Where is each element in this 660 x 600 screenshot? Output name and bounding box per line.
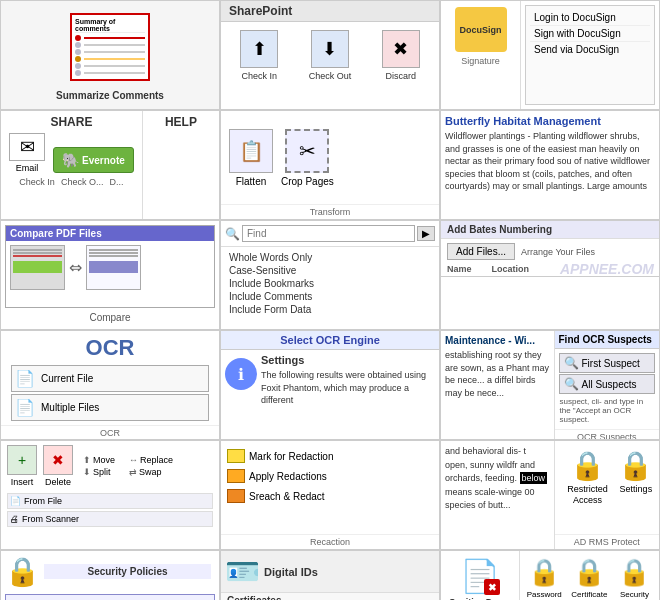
discard-button[interactable]: ✖ Discard bbox=[382, 30, 420, 81]
crop-pages-icon: ✂ bbox=[285, 129, 329, 173]
ocr-engine-body: The following results were obtained usin… bbox=[261, 369, 435, 407]
pp-password-protect-button[interactable]: 🔒 Password Protect bbox=[522, 557, 567, 600]
swap-button[interactable]: ⇄ Swap bbox=[129, 467, 173, 477]
all-suspects-label: All Suspects bbox=[582, 379, 637, 390]
summarize-comments-cell: Summary of comments Summarize Comments bbox=[0, 0, 220, 110]
insert-delete-cell: + Insert ✖ Delete ⬆ Move ↔ Replace ⬇ Spl… bbox=[0, 440, 220, 550]
signature-label: Signature bbox=[461, 56, 500, 66]
search-redact-label: Sreach & Redact bbox=[249, 491, 325, 502]
from-file-button[interactable]: 📄 From File bbox=[7, 493, 213, 509]
mark-redaction-icon bbox=[227, 449, 245, 463]
crop-pages-button[interactable]: ✂ Crop Pages bbox=[281, 129, 334, 187]
transform-cell: 📋 Flatten ✂ Crop Pages Transform bbox=[220, 110, 440, 220]
all-suspects-icon: 🔍 bbox=[564, 377, 579, 391]
butterfly2-body: and behavioral dis- t open, sunny wildfr… bbox=[445, 445, 550, 513]
flatten-label: Flatten bbox=[236, 176, 267, 187]
restricted-access-label: Restricted Access bbox=[560, 484, 615, 506]
split-button[interactable]: ⬇ Split bbox=[83, 467, 127, 477]
pp-security-policies-button[interactable]: 🔒 Security Policies bbox=[612, 557, 657, 600]
find-input[interactable] bbox=[242, 225, 415, 242]
password-dialog-cell: 🔒 Security Policies ⚠ Password 'butterfl… bbox=[0, 550, 220, 600]
mark-redaction-button[interactable]: Mark for Redaction bbox=[225, 447, 435, 465]
whole-words-option[interactable]: Whole Words Only bbox=[229, 251, 431, 264]
find-go-button[interactable]: ▶ bbox=[417, 226, 435, 241]
checkin-icon: ⬆ bbox=[240, 30, 278, 68]
add-files-button[interactable]: Add Files... bbox=[447, 243, 515, 260]
include-bookmarks-option[interactable]: Include Bookmarks bbox=[229, 277, 431, 290]
insert-icon: + bbox=[7, 445, 37, 475]
apply-redactions-button[interactable]: Apply Redactions bbox=[225, 467, 435, 485]
from-scanner-button[interactable]: 🖨 From Scanner bbox=[7, 511, 213, 527]
find-cell: 🔍 ▶ Whole Words Only Case-Sensitive Incl… bbox=[220, 220, 440, 330]
docusign-send-item[interactable]: Send via DocuSign bbox=[530, 42, 650, 57]
delete-label: Delete bbox=[45, 477, 71, 487]
pp-password-protect-label: Password Protect bbox=[522, 590, 567, 600]
security-policies-label: Security Policies bbox=[44, 564, 211, 579]
ocr-engine-cell: Select OCR Engine ℹ Settings The followi… bbox=[220, 330, 440, 440]
appnee-watermark: APPNEE.COM bbox=[560, 261, 654, 277]
restricted-access-button[interactable]: 🔒 Restricted Access bbox=[560, 449, 615, 526]
compare-doc2 bbox=[86, 245, 141, 290]
summarize-doc-icon: Summary of comments bbox=[70, 13, 150, 81]
sharepoint-cell: SharePoint ⬆ Check In ⬇ Check Out ✖ Disc… bbox=[220, 0, 440, 110]
first-suspect-button[interactable]: 🔍 First Suspect bbox=[559, 353, 656, 373]
insert-label: Insert bbox=[11, 477, 34, 487]
from-scanner-label: From Scanner bbox=[22, 514, 79, 524]
checkout-sub-label[interactable]: Check O... bbox=[61, 177, 104, 187]
checkout-button[interactable]: ⬇ Check Out bbox=[309, 30, 352, 81]
transform-label: Transform bbox=[221, 204, 439, 219]
maintenance-title: Maintenance - Wi... bbox=[445, 335, 550, 346]
butterfly-body: Wildflower plantings - Planting wildflow… bbox=[445, 130, 655, 193]
evernote-button[interactable]: 🐘 Evernote bbox=[53, 147, 134, 173]
docusign-login-item[interactable]: Login to DocuSign bbox=[530, 10, 650, 26]
first-suspect-label: First Suspect bbox=[582, 358, 640, 369]
delete-button[interactable]: ✖ Delete bbox=[43, 445, 73, 487]
digital-ids-label: Digital IDs bbox=[264, 566, 318, 578]
first-suspect-icon: 🔍 bbox=[564, 356, 579, 370]
evernote-icon: 🐘 bbox=[62, 152, 79, 168]
d-sub-label[interactable]: D... bbox=[109, 177, 123, 187]
sanitize-pw-cell: 📄 ✖ Sanitize Doc... Sanitize Document Re… bbox=[440, 550, 660, 600]
ocr-suspects-section-label: OCR Suspects bbox=[555, 429, 660, 440]
pp-security-label: Security Policies bbox=[612, 590, 657, 600]
suspects-note: suspect, cli- and type in the "Accept an… bbox=[558, 395, 657, 426]
pw-lock-icon1: 🔒 bbox=[5, 555, 40, 588]
adrms-settings-button[interactable]: 🔒 Settings bbox=[618, 449, 653, 526]
restricted-access-icon: 🔒 bbox=[570, 449, 605, 482]
replace-button[interactable]: ↔ Replace bbox=[129, 455, 173, 465]
current-file-button[interactable]: 📄 Current File bbox=[11, 365, 209, 392]
from-scanner-icon: 🖨 bbox=[10, 514, 19, 524]
flatten-button[interactable]: 📋 Flatten bbox=[229, 129, 273, 187]
current-file-icon: 📄 bbox=[15, 369, 35, 388]
adrms-section-label: AD RMS Protect bbox=[555, 534, 660, 549]
find-icon: 🔍 bbox=[225, 227, 240, 241]
pp-certificate-protect-button[interactable]: 🔒 Certificate Protect bbox=[567, 557, 612, 600]
checkin-sub-label[interactable]: Check In bbox=[19, 177, 55, 187]
sanitize-x-icon: ✖ bbox=[484, 579, 500, 595]
checkout-label: Check Out bbox=[309, 71, 352, 81]
multiple-files-button[interactable]: 📄 Multiple Files bbox=[11, 394, 209, 421]
adrms-settings-icon: 🔒 bbox=[618, 449, 653, 482]
checkin-button[interactable]: ⬆ Check In bbox=[240, 30, 278, 81]
discard-label: Discard bbox=[385, 71, 416, 81]
pp-cert-label: Certificate Protect bbox=[567, 590, 612, 600]
insert-button[interactable]: + Insert bbox=[7, 445, 37, 487]
pp-security-icon: 🔒 bbox=[618, 557, 650, 588]
butterfly-text-cell: Butterfly Habitat Management Wildflower … bbox=[440, 110, 660, 220]
all-suspects-button[interactable]: 🔍 All Suspects bbox=[559, 374, 656, 394]
include-form-data-option[interactable]: Include Form Data bbox=[229, 303, 431, 316]
move-button[interactable]: ⬆ Move bbox=[83, 455, 127, 465]
ocr-big-label: OCR bbox=[1, 331, 219, 361]
checkout-icon: ⬇ bbox=[311, 30, 349, 68]
adrms-settings-label: Settings bbox=[620, 484, 653, 495]
ocr-section-label: OCR bbox=[1, 425, 219, 440]
search-redact-icon bbox=[227, 489, 245, 503]
search-redact-button[interactable]: Sreach & Redact bbox=[225, 487, 435, 505]
compare-button[interactable]: Compare bbox=[5, 310, 215, 325]
from-file-label: From File bbox=[24, 496, 62, 506]
case-sensitive-option[interactable]: Case-Sensitive bbox=[229, 264, 431, 277]
maintenance-suspects-cell: Maintenance - Wi... establishing root sy… bbox=[440, 330, 660, 440]
arrange-files-label: Arrange Your Files bbox=[521, 247, 595, 257]
docusign-sign-item[interactable]: Sign with DocuSign bbox=[530, 26, 650, 42]
include-comments-option[interactable]: Include Comments bbox=[229, 290, 431, 303]
